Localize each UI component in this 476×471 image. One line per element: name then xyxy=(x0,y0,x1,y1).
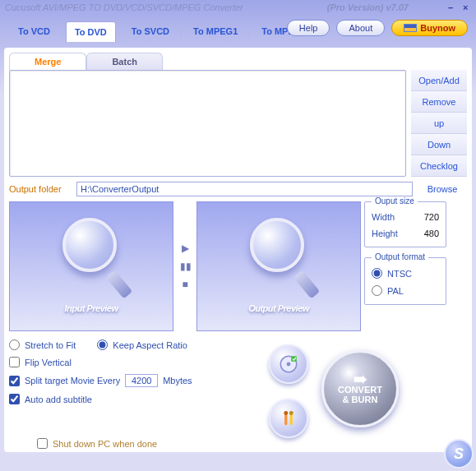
subtab-batch[interactable]: Batch xyxy=(86,53,163,70)
down-button[interactable]: Down xyxy=(411,134,467,155)
app-title: Cucusoft AVI/MPEG TO DVD/VCD/SVCD/MPEG C… xyxy=(5,2,327,12)
convert-burn-button[interactable]: ➠ CONVERT & BURN xyxy=(321,350,399,427)
magnifier-icon xyxy=(54,218,128,292)
height-input[interactable] xyxy=(414,229,439,238)
disc-button[interactable] xyxy=(269,344,308,384)
brand-logo-icon: S xyxy=(444,439,474,469)
about-button[interactable]: About xyxy=(336,20,385,36)
svg-point-6 xyxy=(289,411,293,415)
credit-card-icon xyxy=(404,24,417,32)
minimize-button[interactable]: – xyxy=(445,2,456,13)
pause-button[interactable]: ▮▮ xyxy=(180,261,190,271)
split-checkbox[interactable]: Split target Movie EveryMbytes xyxy=(9,374,256,387)
divider xyxy=(181,24,182,39)
tools-icon xyxy=(278,408,299,429)
auto-subtitle-checkbox[interactable]: Auto add subtitle xyxy=(9,394,256,404)
svg-point-5 xyxy=(284,411,288,415)
divider xyxy=(119,24,120,39)
output-folder-label: Output folder xyxy=(9,184,72,194)
convert-label-1: CONVERT xyxy=(338,385,382,395)
divider xyxy=(249,24,250,39)
tools-button[interactable] xyxy=(269,399,308,438)
convert-arrow-icon: ➠ xyxy=(354,373,367,385)
width-label: Width xyxy=(372,212,395,222)
split-size-input[interactable] xyxy=(125,374,158,387)
tab-to-mpeg1[interactable]: To MPEG1 xyxy=(185,21,246,42)
output-format-group: Output format NTSC PAL xyxy=(364,257,446,305)
output-preview-label: Output Preview xyxy=(197,298,360,316)
checklog-button[interactable]: Checklog xyxy=(411,155,467,177)
output-folder-input[interactable] xyxy=(76,182,413,196)
ntsc-radio[interactable]: NTSC xyxy=(370,265,441,282)
magnifier-icon xyxy=(242,218,316,292)
help-button[interactable]: Help xyxy=(287,20,330,36)
output-format-legend: Output format xyxy=(372,252,428,261)
disc-icon xyxy=(278,353,299,375)
play-button[interactable]: ▶ xyxy=(180,243,190,253)
output-size-group: Ouput size Width Height xyxy=(364,201,446,247)
subtab-merge[interactable]: Merge xyxy=(9,53,86,70)
output-preview: Output Preview xyxy=(196,201,361,331)
file-list[interactable] xyxy=(9,70,406,177)
stretch-radio[interactable]: Stretch to Fit xyxy=(9,339,76,350)
stop-button[interactable]: ■ xyxy=(180,279,190,289)
output-size-legend: Ouput size xyxy=(372,196,418,205)
up-button[interactable]: up xyxy=(411,113,467,134)
app-version: (Pro Version) v7.07 xyxy=(327,2,409,12)
buynow-label: Buynow xyxy=(420,23,455,33)
close-button[interactable]: × xyxy=(460,2,471,13)
tab-to-svcd[interactable]: To SVCD xyxy=(123,21,178,42)
browse-button[interactable]: Browse xyxy=(418,184,467,194)
buynow-button[interactable]: Buynow xyxy=(391,20,468,36)
pal-radio[interactable]: PAL xyxy=(370,282,441,299)
height-label: Height xyxy=(372,229,398,238)
remove-button[interactable]: Remove xyxy=(411,91,467,113)
divider xyxy=(62,24,62,39)
keep-aspect-radio[interactable]: Keep Aspect Ratio xyxy=(97,339,187,350)
shutdown-checkbox[interactable]: Shut down PC when done xyxy=(37,438,157,449)
tab-to-dvd[interactable]: To DVD xyxy=(66,21,116,42)
svg-point-1 xyxy=(287,362,291,367)
tab-to-vcd[interactable]: To VCD xyxy=(10,21,58,42)
convert-label-2: & BURN xyxy=(343,395,378,404)
open-add-button[interactable]: Open/Add xyxy=(411,70,467,91)
flip-checkbox[interactable]: Flip Vertical xyxy=(9,357,256,367)
input-preview-label: Input Preview xyxy=(10,298,173,316)
width-input[interactable] xyxy=(414,212,439,222)
input-preview: Input Preview xyxy=(9,201,173,331)
